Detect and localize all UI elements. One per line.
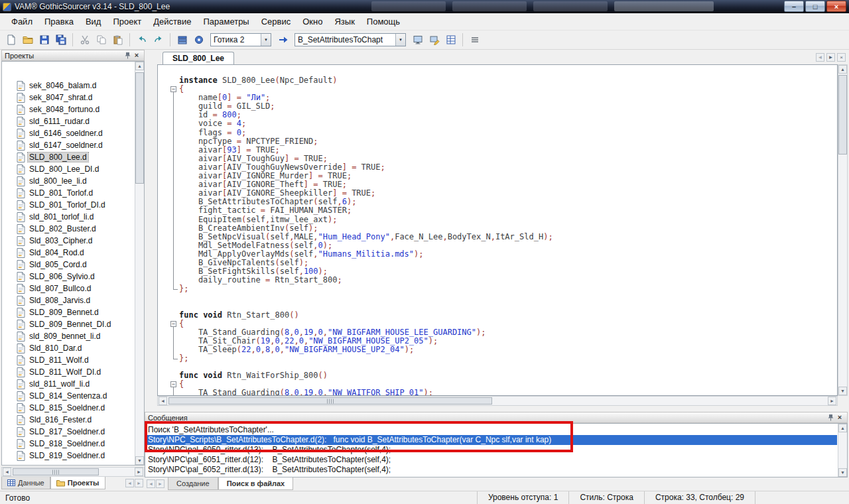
message-row[interactable]: Story\NPC\pal_6050_ritter.d(13): B_SetAt… (145, 445, 837, 455)
message-row[interactable]: Поиск 'B_SetAttributesToChapter'... (145, 425, 837, 435)
menu-item[interactable]: Окно (296, 13, 328, 30)
close-button[interactable]: × (826, 1, 846, 12)
file-tree-item[interactable]: Sld_808_Jarvis.d (3, 294, 133, 306)
tabs-scroll-left-button[interactable]: ◄ (147, 479, 155, 488)
file-tree-item[interactable]: sld_811_wolf_li.d (3, 378, 133, 390)
messages-vertical-scrollbar[interactable]: ▲ ▼ (838, 424, 847, 477)
file-tree-item[interactable]: Sld_807_Bullco.d (3, 283, 133, 294)
cut-button[interactable] (77, 32, 92, 47)
file-tree-item[interactable]: sld_801_torlof_li.d (3, 211, 133, 223)
tabs-scroll-right-button[interactable]: ► (135, 479, 143, 487)
file-tree-item[interactable]: SLD_811_Wolf.d (3, 354, 133, 366)
scroll-left-button[interactable]: ◄ (159, 397, 167, 405)
close-panel-button[interactable]: × (835, 413, 844, 422)
toolbar-options-button[interactable] (467, 32, 482, 47)
file-tree-item[interactable]: SLD_802_Buster.d (3, 223, 133, 235)
file-tree-item[interactable]: sld_800_lee_li.d (3, 175, 133, 187)
menu-item[interactable]: Помощь (361, 13, 406, 30)
file-tree-item[interactable]: SLD_809_Bennet_DI.d (3, 318, 133, 330)
message-row[interactable]: Story\NPC\pal_6051_ritter.d(12): B_SetAt… (145, 455, 837, 465)
file-tree-item[interactable]: Sld_810_Dar.d (3, 342, 133, 354)
save-button[interactable] (36, 32, 52, 47)
paste-button[interactable] (110, 32, 125, 47)
file-tree-item[interactable]: Sld_804_Rod.d (3, 247, 133, 259)
fold-toggle-icon[interactable]: − (168, 320, 179, 328)
tree-horizontal-scrollbar[interactable]: ◄ ► (1, 467, 145, 477)
gothic-version-select[interactable]: Готика 2 ▼ (210, 33, 271, 46)
menu-item[interactable]: Действие (147, 13, 197, 30)
fold-toggle-icon[interactable]: − (168, 85, 179, 94)
undo-button[interactable] (134, 32, 149, 47)
menu-item[interactable]: Параметры (197, 13, 255, 30)
file-tree-item[interactable]: SLD_817_Soeldner.d (3, 426, 133, 438)
fold-toggle-icon[interactable]: − (168, 380, 179, 389)
close-panel-button[interactable]: × (132, 51, 141, 60)
message-row[interactable]: Story\NPC\pal_6052_ritter.d(13): B_SetAt… (145, 465, 837, 475)
file-tree-item[interactable]: sld_6111_rudar.d (3, 115, 133, 127)
pin-icon[interactable] (826, 413, 835, 422)
scroll-left-button[interactable]: ◄ (3, 468, 11, 476)
menu-item[interactable]: Язык (328, 13, 360, 30)
file-tree-item[interactable]: sld_809_bennet_li.d (3, 330, 133, 342)
scroll-down-button[interactable]: ▼ (135, 456, 144, 465)
scrollbar-thumb[interactable] (838, 75, 847, 155)
tab-scroll-left-button[interactable]: ◄ (816, 53, 824, 62)
file-tree-item[interactable]: SLD_811_Wolf_DI.d (3, 366, 133, 378)
file-tree-item[interactable]: sld_6147_soeldner.d (3, 139, 133, 151)
file-tree-item[interactable]: SLD_814_Sentenza.d (3, 390, 133, 402)
maximize-button[interactable]: □ (805, 1, 825, 12)
chevron-down-icon[interactable]: ▼ (395, 34, 405, 46)
file-tree-item[interactable]: SLD_818_Soeldner.d (3, 438, 133, 450)
scroll-right-button[interactable]: ► (135, 468, 143, 476)
save-all-button[interactable] (53, 32, 68, 47)
message-row[interactable]: Story\NPC_Scripts\B_SetAttributesToChapt… (145, 435, 837, 445)
file-tree-item[interactable]: SLD_809_Bennet.d (3, 306, 133, 318)
panel-tab-data[interactable]: Данные (1, 477, 50, 489)
file-tree-item[interactable]: SLD_800_Lee_DI.d (3, 163, 133, 175)
file-tree-item[interactable]: sld_6146_soeldner.d (3, 127, 133, 139)
file-tree-item[interactable]: SLD_806_Sylvio.d (3, 271, 133, 283)
editor-vertical-scrollbar[interactable]: ▲ ▼ (838, 64, 848, 396)
compile-scripts-button[interactable] (174, 32, 190, 47)
file-tree-item[interactable]: SLD_815_Soeldner.d (3, 402, 133, 414)
file-tree-item[interactable]: sek_8046_balam.d (3, 80, 133, 92)
data-table-button[interactable] (443, 32, 458, 47)
tab-close-button[interactable]: × (837, 53, 846, 62)
file-tree-item[interactable]: SLD_800_Lee.d (3, 151, 133, 163)
chevron-down-icon[interactable]: ▼ (261, 34, 271, 46)
scroll-down-button[interactable]: ▼ (838, 387, 847, 395)
menu-item[interactable]: Файл (5, 13, 38, 30)
edit-window-button[interactable] (426, 32, 442, 47)
open-file-button[interactable] (20, 32, 35, 47)
file-tree-item[interactable]: SLD_801_Torlof_DI.d (3, 199, 133, 211)
scroll-up-button[interactable]: ▲ (838, 424, 847, 432)
preview-window-button[interactable] (410, 32, 425, 47)
scroll-up-button[interactable]: ▲ (838, 65, 847, 74)
scrollbar-thumb[interactable] (168, 397, 492, 405)
menu-item[interactable]: Вид (80, 13, 107, 30)
scroll-right-button[interactable]: ► (828, 397, 836, 405)
redo-button[interactable] (151, 32, 166, 47)
file-tree-item[interactable]: SLD_819_Soeldner.d (3, 450, 133, 462)
messages-tab[interactable]: Поиск в файлах (218, 477, 294, 490)
scroll-down-button[interactable]: ▼ (838, 468, 847, 477)
symbol-select[interactable]: B_SetAttributesToChapt ▼ (294, 33, 406, 46)
tab-scroll-right-button[interactable]: ► (826, 53, 835, 62)
pin-icon[interactable] (123, 51, 132, 60)
menu-item[interactable]: Сервис (255, 13, 297, 30)
panel-tab-projects[interactable]: Проекты (50, 477, 105, 489)
minimize-button[interactable]: – (784, 1, 804, 12)
menu-item[interactable]: Проект (107, 13, 147, 30)
file-tree-item[interactable]: Sld_805_Cord.d (3, 259, 133, 271)
file-tree-item[interactable]: sek_8047_shrat.d (3, 92, 133, 103)
file-tree-item[interactable]: Sld_816_Fester.d (3, 414, 133, 426)
scrollbar-thumb[interactable] (13, 468, 99, 475)
tabs-scroll-left-button[interactable]: ◄ (125, 479, 134, 487)
new-file-button[interactable] (3, 32, 19, 47)
file-tree-item[interactable]: sek_8048_fortuno.d (3, 103, 133, 115)
code-editor[interactable]: instance SLD_800_Lee(Npc_Default)−{ name… (157, 64, 838, 396)
copy-button[interactable] (94, 32, 109, 47)
scrollbar-thumb[interactable] (135, 72, 144, 184)
editor-horizontal-scrollbar[interactable]: ◄ ► (157, 396, 838, 406)
messages-tab[interactable]: Создание (168, 477, 218, 490)
